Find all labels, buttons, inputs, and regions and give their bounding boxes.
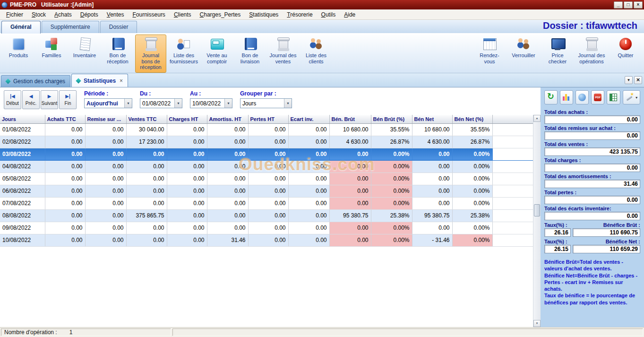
reception-note-icon	[110, 36, 125, 52]
toolbar-button-familles[interactable]: Familles	[36, 35, 67, 73]
column-header-ben-net[interactable]: Bén Net (%)	[452, 115, 492, 123]
toolbar-right: Rendez-vousVerrouillerPrice checkerJourn…	[474, 35, 641, 73]
scrollbar-thumb[interactable]	[534, 204, 540, 216]
toolbar-button-vente-au-comptoir[interactable]: Vente au comptoir	[201, 35, 232, 73]
taux-label: Taux(%) :	[544, 239, 567, 244]
nav-button-suivant[interactable]: ▶Suivant	[41, 90, 58, 109]
chart-button[interactable]	[560, 90, 573, 104]
table-row-09-08-2022[interactable]: 09/08/20220.000.000.000.000.000.000.000.…	[0, 222, 533, 234]
toolbar-button-rendez-vous[interactable]: Rendez-vous	[474, 35, 505, 73]
column-header-ben-net[interactable]: Bén Net	[412, 115, 452, 123]
toolbar-button-liste-des-fournisseurs[interactable]: Liste des fournisseurs	[168, 35, 199, 73]
doc-tab-gestion-des-charges[interactable]: Gestion des charges	[1, 75, 70, 87]
periode-select[interactable]: Aujourd'hui	[84, 98, 132, 108]
excel-icon	[609, 93, 618, 102]
total-value-box: 0.00	[544, 115, 640, 124]
tab-list-dropdown-button[interactable]	[625, 76, 633, 84]
tab-dossier[interactable]: Dossier	[100, 21, 137, 33]
date-to-select[interactable]: 10/08/2022	[190, 98, 232, 108]
group-by-select[interactable]: Jours	[240, 98, 292, 108]
column-header-amortiss-ht[interactable]: Amortiss. HT	[207, 115, 248, 123]
close-tab-button[interactable]	[634, 76, 642, 84]
date-from-label: Du :	[140, 90, 182, 97]
column-header-achats-ttc[interactable]: Achats TTC	[45, 115, 85, 123]
refresh-button[interactable]	[544, 90, 558, 104]
close-tab-icon[interactable]: ×	[120, 78, 123, 84]
menu-item-aide[interactable]: Aide	[340, 10, 360, 19]
menu-item-ventes[interactable]: Ventes	[103, 10, 129, 19]
menu-item-outils[interactable]: Outils	[317, 10, 340, 19]
total-label: Total des achats :	[544, 109, 640, 115]
table-row-06-08-2022[interactable]: 06/08/20220.000.000.000.000.000.000.000.…	[0, 185, 533, 197]
column-header-jours[interactable]: Jours	[0, 115, 45, 123]
preview-button[interactable]	[575, 90, 589, 104]
menu-item-statistiques[interactable]: Statistiques	[245, 10, 283, 19]
toolbar-button-produits[interactable]: Produits	[3, 35, 34, 73]
minimize-button[interactable]: _	[614, 1, 623, 9]
toolbar-button-journal-des-operations[interactable]: Journal des opérations	[576, 35, 607, 73]
delivery-note-icon	[242, 36, 258, 52]
menu-item-achats[interactable]: Achats	[50, 10, 76, 19]
dropdown-arrow-icon[interactable]	[284, 99, 292, 108]
date-from-select[interactable]: 01/08/2022	[140, 98, 182, 108]
pdf-export-button[interactable]	[591, 90, 604, 104]
close-button[interactable]: ×	[634, 1, 643, 9]
table-row-10-08-2022[interactable]: 10/08/20220.000.000.000.0031.460.000.000…	[0, 234, 533, 246]
column-header-ventes-ttc[interactable]: Ventes TTC	[126, 115, 167, 123]
doc-tab-statistiques[interactable]: Statistiques×	[71, 74, 128, 87]
menu-bar: FichierStockAchatsDépotsVentesFournisseu…	[0, 9, 644, 20]
nav-button-fin[interactable]: ▶|Fin	[59, 90, 77, 109]
excel-export-button[interactable]	[607, 90, 620, 104]
table-row-08-08-2022[interactable]: 08/08/20220.000.00375 865.750.000.000.00…	[0, 209, 533, 222]
table-row-05-08-2022[interactable]: 05/08/20220.000.000.000.000.000.000.000.…	[0, 173, 533, 185]
toolbar-button-bon-de-livraison[interactable]: Bon de livraison	[234, 35, 266, 73]
nav-button-debut[interactable]: |◀Début	[4, 90, 21, 109]
menu-item-charges-pertes[interactable]: Charges_Pertes	[196, 10, 245, 19]
toolbar-button-verrouiller[interactable]: Verrouiller	[508, 35, 539, 73]
statistics-table: JoursAchats TTCRemise sur ...Ventes TTCC…	[0, 115, 533, 247]
vertical-scrollbar[interactable]	[533, 87, 541, 327]
total-value-box: 0.00	[544, 164, 640, 172]
menu-item-fichier[interactable]: Fichier	[2, 10, 27, 19]
column-header-pertes-ht[interactable]: Pertes HT	[248, 115, 288, 123]
settings-button[interactable]: ▼	[623, 90, 640, 104]
toolbar-button-liste-des-clients[interactable]: Liste des clients	[301, 35, 332, 73]
doc-tab-bar: Gestion des chargesStatistiques×	[0, 74, 644, 87]
dropdown-arrow-icon[interactable]	[124, 99, 132, 108]
scrollbar-track[interactable]	[533, 115, 541, 327]
column-header-charges-ht[interactable]: Charges HT	[167, 115, 207, 123]
benefit-value-box: 110 690.75	[573, 228, 640, 237]
menu-item-depots[interactable]: Dépots	[76, 10, 103, 19]
dropdown-arrow-icon[interactable]	[174, 99, 182, 108]
toolbar-button-journal-bons-de-reception[interactable]: Journal bons de réception	[135, 35, 166, 73]
toolbar-button-bon-de-reception[interactable]: Bon de réception	[102, 35, 133, 73]
tab-general[interactable]: Général	[1, 21, 41, 34]
table-row-04-08-2022[interactable]: 04/08/20220.000.000.000.000.000.000.000.…	[0, 160, 533, 173]
benefit-value-box: 110 659.29	[573, 245, 640, 253]
column-header-remise-sur[interactable]: Remise sur ...	[85, 115, 126, 123]
toolbar-button-price-checker[interactable]: Price checker	[542, 35, 573, 73]
column-header-ecart-inv[interactable]: Ecart inv.	[288, 115, 329, 123]
scroll-down-icon[interactable]	[533, 320, 541, 327]
toolbar-button-inventaire[interactable]: Inventaire	[69, 35, 100, 73]
toolbar-button-quitter[interactable]: Quitter	[610, 35, 641, 73]
column-header-ben-brut[interactable]: Bén. Brût	[329, 115, 371, 123]
menu-item-fournisseurs[interactable]: Fournisseurs	[129, 10, 170, 19]
tab-supplementaire[interactable]: Supplémentaire	[42, 21, 99, 33]
table-row-01-08-2022[interactable]: 01/08/20220.000.0030 040.000.000.000.000…	[0, 123, 533, 136]
maximize-button[interactable]: □	[624, 1, 633, 9]
status-label: Nombre d'opération :	[4, 329, 57, 336]
table-row-02-08-2022[interactable]: 02/08/20220.000.0017 230.000.000.000.000…	[0, 136, 533, 148]
table-row-03-08-2022[interactable]: 03/08/20220.000.000.000.000.000.000.000.…	[0, 148, 533, 160]
table-row-07-08-2022[interactable]: 07/08/20220.000.000.000.000.000.000.000.…	[0, 197, 533, 209]
nav-button-prec[interactable]: ◀Préc.	[22, 90, 40, 109]
monitor-icon	[550, 36, 565, 52]
column-header-ben-brut[interactable]: Bén Brût (%)	[371, 115, 412, 123]
dropdown-arrow-icon[interactable]	[224, 99, 232, 108]
menu-item-clients[interactable]: Clients	[170, 10, 196, 19]
menu-item-stock[interactable]: Stock	[27, 10, 50, 19]
toolbar-button-journal-des-ventes[interactable]: Journal des ventes	[267, 35, 299, 73]
table-area: JoursAchats TTCRemise sur ...Ventes TTCC…	[0, 115, 533, 327]
scroll-up-icon[interactable]	[533, 115, 541, 122]
menu-item-tresorerie[interactable]: Trésorerie	[283, 10, 317, 19]
